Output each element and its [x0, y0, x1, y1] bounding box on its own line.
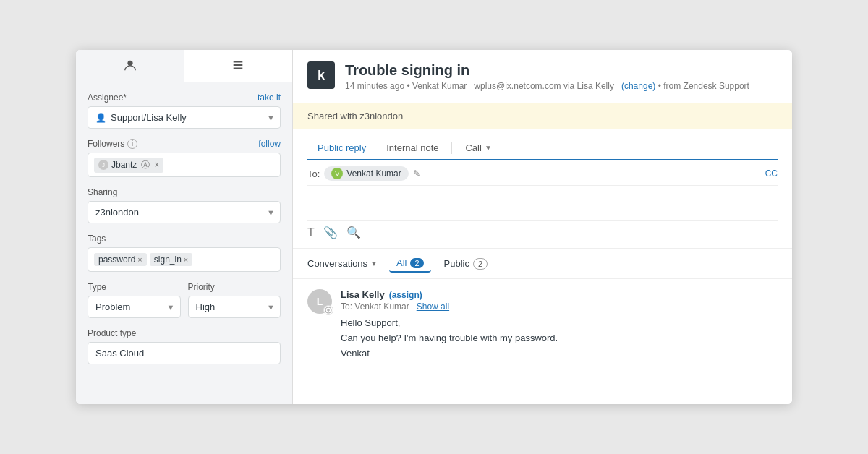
- recipient-pill: V Venkat Kumar: [324, 166, 408, 181]
- reply-toolbar: T 📎 🔍: [307, 220, 778, 241]
- follower-x-icon[interactable]: ×: [154, 160, 159, 170]
- left-panel-tabs: [76, 50, 292, 82]
- ticket-avatar-letter: k: [318, 68, 325, 83]
- followers-field: Followers i follow J Jbantz Ⓐ ×: [88, 139, 281, 177]
- avatar-badge-icon: [325, 307, 332, 314]
- tag-remove-sign-in[interactable]: ×: [184, 255, 188, 264]
- conversations-chevron-icon: ▼: [370, 260, 378, 267]
- follower-avatar: J: [98, 160, 109, 170]
- tag-item-password: password ×: [94, 253, 147, 266]
- reply-to-left: To: V Venkat Kumar ✎: [307, 166, 420, 181]
- avatar-badge: [323, 305, 333, 315]
- message-area: L Lisa Kelly (assign): [293, 279, 792, 404]
- edit-recipient-icon[interactable]: ✎: [413, 168, 420, 179]
- take-it-link[interactable]: take it: [258, 93, 281, 103]
- person-icon: [124, 59, 137, 72]
- type-select[interactable]: Problem: [88, 296, 181, 318]
- menu-icon: [231, 59, 244, 72]
- shared-banner: Shared with z3nlondon: [293, 103, 792, 129]
- tab-divider: [451, 142, 452, 154]
- priority-select[interactable]: High: [188, 296, 281, 318]
- conversations-bar: Conversations ▼ All 2 Public 2: [293, 249, 792, 279]
- follow-link[interactable]: follow: [258, 139, 281, 149]
- tag-remove-password[interactable]: ×: [137, 255, 142, 264]
- ticket-title: Trouble signing in: [345, 61, 749, 79]
- public-count-badge: 2: [473, 258, 488, 270]
- assignee-field: Assignee* take it 👤 Support/Lisa Kelly ▼: [88, 93, 281, 129]
- message-sender: Lisa Kelly (assign): [341, 289, 558, 300]
- tags-label: Tags: [88, 234, 281, 244]
- recipient-avatar: V: [331, 168, 343, 179]
- followers-label: Followers i follow: [88, 139, 281, 149]
- sharing-select[interactable]: z3nlondon: [88, 201, 281, 223]
- sharing-label: Sharing: [88, 187, 281, 197]
- conv-filters: All 2 Public 2: [389, 254, 495, 273]
- filter-public[interactable]: Public 2: [437, 255, 495, 273]
- tab-menu[interactable]: [184, 50, 293, 82]
- ticket-meta: 14 minutes ago • Venkat Kumar wplus@ix.n…: [345, 81, 749, 91]
- left-panel: Assignee* take it 👤 Support/Lisa Kelly ▼…: [76, 50, 293, 404]
- product-type-field: Product type: [88, 328, 281, 364]
- all-count-badge: 2: [410, 258, 423, 268]
- sharing-field: Sharing z3nlondon ▼: [88, 187, 281, 223]
- cc-link[interactable]: CC: [765, 168, 778, 179]
- tab-internal-note[interactable]: Internal note: [376, 137, 448, 160]
- message-text: Hello Support, Can you help? I'm having …: [341, 316, 558, 361]
- left-panel-body: Assignee* take it 👤 Support/Lisa Kelly ▼…: [76, 82, 292, 404]
- search-content-icon[interactable]: 🔍: [346, 226, 361, 239]
- svg-point-0: [127, 61, 132, 66]
- ticket-avatar: k: [307, 61, 335, 89]
- type-select-wrapper: Problem ▼: [88, 296, 181, 318]
- follower-name: Jbantz: [111, 160, 137, 170]
- assignee-select-wrapper: 👤 Support/Lisa Kelly ▼: [88, 106, 281, 129]
- tab-public-reply[interactable]: Public reply: [307, 137, 376, 160]
- tab-person[interactable]: [76, 50, 184, 82]
- follower-remove-icon[interactable]: Ⓐ: [141, 159, 150, 171]
- change-link[interactable]: (change): [621, 81, 655, 91]
- text-format-icon[interactable]: T: [307, 226, 315, 239]
- sharing-select-wrapper: z3nlondon ▼: [88, 201, 281, 223]
- right-panel: k Trouble signing in 14 minutes ago • Ve…: [293, 50, 792, 404]
- ticket-title-block: Trouble signing in 14 minutes ago • Venk…: [345, 61, 749, 91]
- priority-label: Priority: [188, 282, 281, 292]
- show-all-link[interactable]: Show all: [417, 301, 449, 312]
- product-type-label: Product type: [88, 328, 281, 338]
- follower-pill-jbantz: J Jbantz Ⓐ ×: [94, 158, 163, 173]
- message-avatar-letter: L: [317, 296, 323, 307]
- priority-field: Priority High ▼: [188, 282, 281, 318]
- tags-field: Tags password × sign_in ×: [88, 234, 281, 272]
- reply-body[interactable]: [307, 186, 778, 220]
- assignee-label: Assignee* take it: [88, 93, 281, 103]
- assign-link[interactable]: (assign): [389, 290, 422, 300]
- app-container: Assignee* take it 👤 Support/Lisa Kelly ▼…: [76, 50, 792, 404]
- tag-item-sign-in: sign_in ×: [150, 253, 192, 266]
- message-to: To: Venkat Kumar Show all: [341, 301, 558, 312]
- type-priority-row: Type Problem ▼ Priority H: [88, 282, 281, 318]
- type-field: Type Problem ▼: [88, 282, 181, 318]
- message-body: Lisa Kelly (assign) To: Venkat Kumar Sho…: [341, 289, 558, 361]
- followers-info-icon[interactable]: i: [127, 139, 137, 149]
- followers-input[interactable]: J Jbantz Ⓐ ×: [88, 153, 281, 177]
- product-type-input[interactable]: [88, 342, 281, 364]
- tags-input[interactable]: password × sign_in ×: [88, 247, 281, 272]
- ticket-header: k Trouble signing in 14 minutes ago • Ve…: [293, 50, 792, 103]
- filter-all[interactable]: All 2: [389, 254, 431, 273]
- conversations-label[interactable]: Conversations ▼: [307, 258, 378, 269]
- type-label: Type: [88, 282, 181, 292]
- reply-to-row: To: V Venkat Kumar ✎ CC: [307, 160, 778, 186]
- reply-area: Public reply Internal note Call ▼ To: V …: [293, 129, 792, 249]
- message-item: L Lisa Kelly (assign): [307, 289, 778, 361]
- assignee-select[interactable]: 👤 Support/Lisa Kelly: [88, 106, 281, 129]
- call-chevron-icon: ▼: [485, 144, 492, 152]
- attachment-icon[interactable]: 📎: [323, 226, 338, 239]
- assignee-person-icon: 👤: [95, 113, 106, 123]
- message-avatar: L: [307, 289, 332, 314]
- reply-tabs: Public reply Internal note Call ▼: [307, 137, 778, 160]
- tab-call[interactable]: Call ▼: [455, 137, 501, 159]
- priority-select-wrapper: High ▼: [188, 296, 281, 318]
